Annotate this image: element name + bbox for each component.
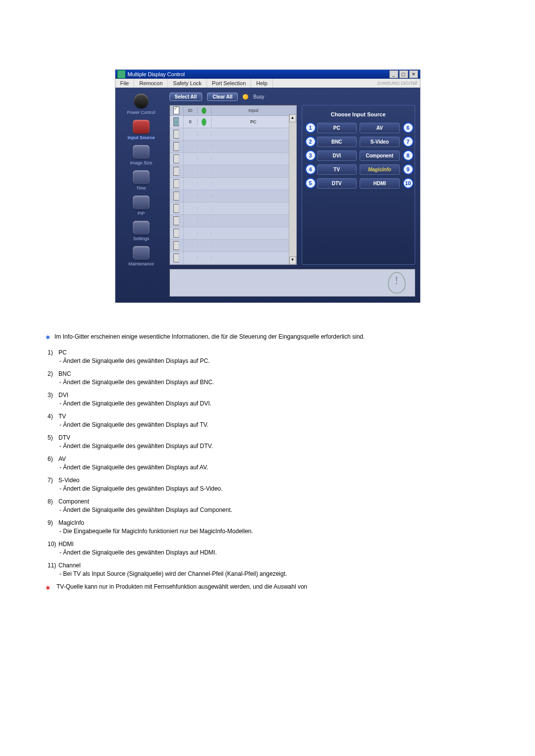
sidebar-item-label: Time [136, 186, 146, 191]
window-title: Multiple Display Control [128, 71, 185, 77]
list-description: - Ändert die Signalquelle des gewählten … [48, 506, 490, 513]
table-row[interactable] [170, 190, 296, 202]
menu-remocon[interactable]: Remocon [134, 79, 168, 88]
scroll-up-icon[interactable]: ▲ [289, 114, 296, 122]
src-tv-button[interactable]: TV [317, 164, 357, 175]
list-item: 9)MagicInfo- Die Eingabequelle für Magic… [48, 519, 490, 535]
cell-id: 0 [184, 118, 198, 126]
table-row[interactable] [170, 128, 296, 141]
list-title: DTV [58, 434, 70, 441]
maximize-button[interactable]: ▢ [399, 70, 408, 78]
src-pc-button[interactable]: PC [317, 123, 357, 133]
menu-safety-lock[interactable]: Safety Lock [168, 79, 207, 88]
grid-scrollbar[interactable]: ▲ ▼ [289, 114, 296, 264]
row-checkbox[interactable] [173, 167, 179, 176]
list-item: 11)Channel- Bei TV als Input Source (Sig… [48, 562, 490, 577]
src-av-button[interactable]: AV [360, 123, 400, 133]
sidebar-item-settings[interactable]: Settings [117, 221, 165, 241]
src-dtv-button[interactable]: DTV [317, 178, 357, 189]
grid-header-row: ID Input [170, 105, 296, 116]
row-checkbox[interactable] [173, 154, 179, 163]
display-grid: ID Input 0 PC [169, 105, 297, 265]
menu-port-selection[interactable]: Port Selection [207, 79, 251, 88]
row-checkbox[interactable] [173, 229, 179, 238]
row-checkbox[interactable] [173, 142, 179, 151]
scroll-down-icon[interactable]: ▼ [289, 256, 296, 264]
maintenance-icon [133, 246, 150, 260]
table-row[interactable]: 0 PC [170, 116, 296, 128]
workspace: Select All Clear All Busy ID Input [167, 88, 420, 302]
number-badge: 6 [403, 122, 414, 133]
sidebar-item-label: Settings [133, 236, 150, 241]
number-badge: 2 [305, 136, 316, 147]
sidebar-item-power-control[interactable]: Power Control [117, 94, 165, 115]
list-title: Channel [58, 562, 81, 569]
list-number: 11) [48, 562, 58, 569]
src-magicinfo-button[interactable]: MagicInfo [360, 164, 400, 175]
sidebar: Power Control Input Source Image Size Ti… [115, 88, 167, 302]
list-description: - Ändert die Signalquelle des gewählten … [48, 443, 490, 450]
table-row[interactable] [170, 165, 296, 178]
list-number: 6) [48, 455, 58, 462]
menu-help[interactable]: Help [251, 79, 273, 88]
status-col-icon [202, 107, 207, 114]
list-number: 5) [48, 434, 58, 441]
row-checkbox[interactable] [173, 253, 179, 262]
list-title: DVI [58, 392, 68, 399]
menubar: File Remocon Safety Lock Port Selection … [115, 79, 420, 88]
info-icon [388, 272, 406, 294]
input-source-icon [133, 120, 150, 134]
row-checkbox[interactable] [173, 117, 179, 126]
src-component-button[interactable]: Component [360, 151, 400, 161]
list-description: - Ändert die Signalquelle des gewählten … [48, 549, 490, 556]
sidebar-item-pip[interactable]: PIP [117, 196, 165, 216]
row-checkbox[interactable] [173, 241, 179, 250]
time-icon [133, 170, 150, 184]
busy-dot-icon [243, 94, 248, 100]
table-row[interactable] [170, 153, 296, 165]
row-checkbox[interactable] [173, 130, 179, 139]
sidebar-item-maintenance[interactable]: Maintenance [117, 246, 165, 266]
list-item: 8)Component- Ändert die Signalquelle des… [48, 498, 490, 513]
sidebar-item-input-source[interactable]: Input Source [117, 120, 165, 140]
table-row[interactable] [170, 240, 296, 252]
list-number: 2) [48, 370, 58, 377]
table-row[interactable] [170, 252, 296, 264]
clear-all-button[interactable]: Clear All [207, 93, 238, 101]
row-checkbox[interactable] [173, 192, 179, 201]
table-row[interactable] [170, 215, 296, 227]
intro-note: ✶ Im Info-Gitter erscheinen einige wesen… [45, 333, 490, 342]
table-row[interactable] [170, 227, 296, 240]
sidebar-item-time[interactable]: Time [117, 170, 165, 191]
minimize-button[interactable]: _ [389, 70, 398, 78]
list-description: - Ändert die Signalquelle des gewählten … [48, 485, 490, 492]
menu-file[interactable]: File [115, 79, 135, 88]
brand-label: SAMSUNG DIGITall [377, 81, 420, 86]
sidebar-item-image-size[interactable]: Image Size [117, 145, 165, 165]
select-all-checkbox-icon[interactable] [173, 106, 179, 114]
src-hdmi-button[interactable]: HDMI [360, 178, 400, 189]
sidebar-item-label: PIP [138, 211, 145, 216]
col-input: Input [212, 107, 296, 114]
list-number: 1) [48, 349, 58, 356]
table-row[interactable] [170, 178, 296, 190]
select-all-button[interactable]: Select All [169, 93, 203, 101]
list-number: 9) [48, 519, 58, 526]
src-bnc-button[interactable]: BNC [317, 137, 357, 147]
panel-title: Choose Input Source [305, 109, 412, 122]
sidebar-item-label: Power Control [127, 110, 155, 115]
list-title: S-Video [58, 477, 79, 484]
row-checkbox[interactable] [173, 179, 179, 188]
row-checkbox[interactable] [173, 216, 179, 225]
footnote-row: ✶ TV-Quelle kann nur in Produkten mit Fe… [45, 583, 490, 593]
close-button[interactable]: ✕ [409, 70, 418, 78]
src-dvi-button[interactable]: DVI [317, 151, 357, 161]
number-badge: 5 [305, 178, 316, 189]
row-checkbox[interactable] [173, 204, 179, 213]
number-badge: 3 [305, 150, 316, 161]
table-row[interactable] [170, 141, 296, 153]
list-item: 6)AV- Ändert die Signalquelle des gewähl… [48, 455, 490, 471]
list-description: - Ändert die Signalquelle des gewählten … [48, 379, 490, 386]
src-svideo-button[interactable]: S-Video [360, 137, 400, 147]
table-row[interactable] [170, 202, 296, 215]
